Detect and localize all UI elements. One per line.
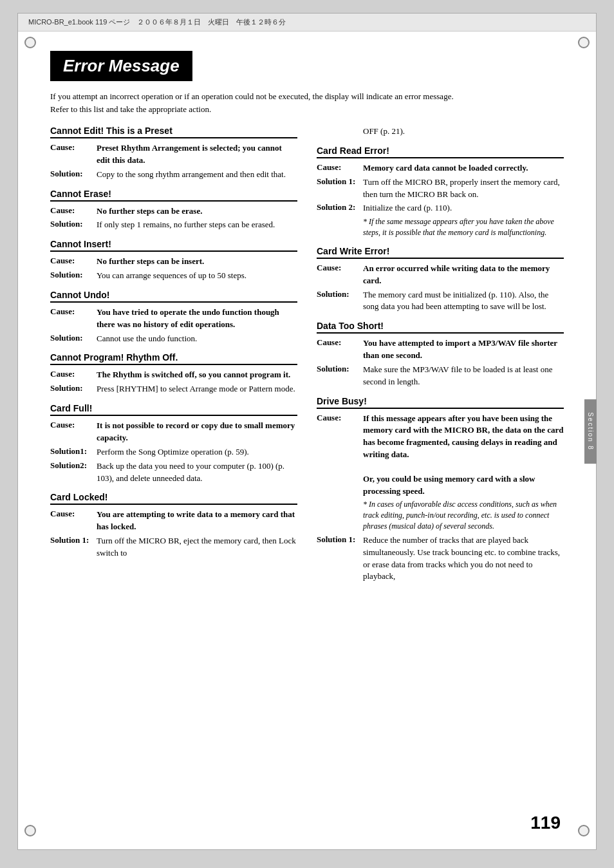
- cannot-erase-cause: No further steps can be erase.: [97, 205, 297, 218]
- cannot-program-cause-row: Cause: The Rhythm is switched off, so yo…: [50, 369, 297, 381]
- topbar-text: MICRO-BR_e1.book 119 ページ ２００６年８月１日 火曜日 午…: [28, 18, 286, 26]
- cannot-undo-solution-row: Solution: Cannot use the undo function.: [50, 333, 297, 345]
- page-outer: MICRO-BR_e1.book 119 ページ ２００６年８月１日 火曜日 午…: [17, 13, 597, 850]
- cannot-edit-cause: Preset Rhythm Arrangement is selected; y…: [97, 142, 297, 167]
- drive-busy-cause: If this message appears after you have b…: [363, 413, 564, 498]
- corner-decoration-bl: [24, 825, 36, 836]
- solution1-label: Solution 1:: [317, 176, 363, 201]
- card-write-solution-row: Solution: The memory card must be initia…: [317, 289, 564, 314]
- solution-label: Solution:: [50, 169, 97, 181]
- card-read-sol1-row: Solution 1: Turn off the MICRO BR, prope…: [317, 176, 564, 201]
- solution2-label: Solution2:: [50, 460, 97, 485]
- cause-label: Cause:: [317, 413, 363, 498]
- card-full-solution2: Back up the data you need to your comput…: [97, 460, 297, 485]
- intro-text: If you attempt an incorrect operation or…: [50, 90, 564, 115]
- card-write-cause: An error occurred while writing data to …: [363, 263, 564, 287]
- cannot-program-solution-row: Solution: Press [RHYTHM] to select Arran…: [50, 383, 297, 395]
- card-write-cause-row: Cause: An error occurred while writing d…: [317, 263, 564, 287]
- card-full-sol1-row: Solution1: Perform the Song Optimize ope…: [50, 446, 297, 458]
- data-too-short-cause: You have attempted to import a MP3/WAV f…: [363, 337, 564, 362]
- card-full-title: Card Full!: [50, 403, 297, 416]
- cause-label: Cause:: [317, 337, 363, 362]
- cannot-edit-cause-row: Cause: Preset Rhythm Arrangement is sele…: [50, 142, 297, 167]
- card-locked-title: Card Locked!: [50, 492, 297, 505]
- cannot-undo-solution: Cannot use the undo function.: [97, 333, 297, 345]
- card-full-cause: It is not possible to record or copy due…: [97, 420, 297, 444]
- cannot-undo-section: Cannot Undo! Cause: You have tried to op…: [50, 290, 297, 345]
- corner-decoration-tr: [578, 37, 590, 48]
- card-write-error-title: Card Write Error!: [317, 246, 564, 259]
- cannot-edit-section: Cannot Edit! This is a Preset Cause: Pre…: [50, 126, 297, 181]
- cannot-erase-cause-row: Cause: No further steps can be erase.: [50, 205, 297, 218]
- cause-label: Cause:: [50, 420, 97, 444]
- card-locked-sol1-row: Solution 1: Turn off the MICRO BR, eject…: [50, 535, 297, 560]
- main-columns: Cannot Edit! This is a Preset Cause: Pre…: [50, 126, 564, 590]
- solution1-label: Solution 1:: [317, 534, 363, 583]
- card-write-error-section: Card Write Error! Cause: An error occurr…: [317, 246, 564, 313]
- card-read-cause-row: Cause: Memory card data cannot be loaded…: [317, 162, 564, 175]
- cannot-edit-solution: Copy to the song rhythm arrangement and …: [97, 169, 297, 181]
- card-locked-cont-row: OFF (p. 21).: [317, 126, 564, 138]
- corner-decoration-br: [578, 825, 590, 836]
- drive-busy-cause-row: Cause: If this message appears after you…: [317, 413, 564, 498]
- data-too-short-cause-row: Cause: You have attempted to import a MP…: [317, 337, 564, 362]
- page-number: 119: [530, 813, 561, 833]
- data-too-short-section: Data Too Short! Cause: You have attempte…: [317, 321, 564, 388]
- drive-busy-title: Drive Busy!: [317, 396, 564, 409]
- right-column: OFF (p. 21). Card Read Error! Cause: Mem…: [317, 126, 564, 590]
- page-content: Error Message If you attempt an incorrec…: [18, 32, 596, 616]
- cause-label: Cause:: [317, 263, 363, 287]
- data-too-short-title: Data Too Short!: [317, 321, 564, 334]
- card-read-note: If the same message appears after you ha…: [363, 216, 564, 238]
- card-read-error-section: Card Read Error! Cause: Memory card data…: [317, 146, 564, 238]
- solution1-label: Solution 1:: [50, 535, 97, 560]
- cause-label: Cause:: [50, 256, 97, 268]
- section-tab: Section 8: [584, 399, 597, 464]
- cannot-erase-title: Cannot Erase!: [50, 189, 297, 202]
- cause-label: Cause:: [50, 142, 97, 167]
- cannot-undo-cause-row: Cause: You have tried to operate the und…: [50, 307, 297, 331]
- cannot-program-cause: The Rhythm is switched off, so you canno…: [97, 369, 297, 381]
- cause-label: Cause:: [50, 509, 97, 533]
- card-locked-cause-row: Cause: You are attempting to write data …: [50, 509, 297, 533]
- card-full-sol2-row: Solution2: Back up the data you need to …: [50, 460, 297, 485]
- cannot-program-section: Cannot Program! Rhythm Off. Cause: The R…: [50, 352, 297, 395]
- card-full-section: Card Full! Cause: It is not possible to …: [50, 403, 297, 484]
- card-full-cause-row: Cause: It is not possible to record or c…: [50, 420, 297, 444]
- cannot-program-title: Cannot Program! Rhythm Off.: [50, 352, 297, 365]
- drive-busy-section: Drive Busy! Cause: If this message appea…: [317, 396, 564, 583]
- cannot-edit-solution-row: Solution: Copy to the song rhythm arrang…: [50, 169, 297, 181]
- left-column: Cannot Edit! This is a Preset Cause: Pre…: [50, 126, 297, 590]
- card-write-solution: The memory card must be initialized (p. …: [363, 289, 564, 314]
- cannot-erase-section: Cannot Erase! Cause: No further steps ca…: [50, 189, 297, 232]
- drive-busy-note: In cases of unfavorable disc access cond…: [363, 499, 564, 531]
- card-read-sol2-row: Solution 2: Initialize the card (p. 110)…: [317, 202, 564, 214]
- data-too-short-solution-row: Solution: Make sure the MP3/WAV file to …: [317, 364, 564, 388]
- card-read-error-title: Card Read Error!: [317, 146, 564, 158]
- cause-label: Cause:: [50, 307, 97, 331]
- cannot-edit-title: Cannot Edit! This is a Preset: [50, 126, 297, 138]
- card-locked-cause: You are attempting to write data to a me…: [97, 509, 297, 533]
- cause-label: Cause:: [50, 369, 97, 381]
- cause-label: Cause:: [50, 205, 97, 218]
- card-locked-solution1: Turn off the MICRO BR, eject the memory …: [97, 535, 297, 560]
- cannot-insert-solution: You can arrange sequences of up to 50 st…: [97, 270, 297, 282]
- cannot-insert-cause-row: Cause: No further steps can be insert.: [50, 256, 297, 268]
- card-full-solution1: Perform the Song Optimize operation (p. …: [97, 446, 297, 458]
- cause-label: Cause:: [317, 162, 363, 175]
- solution-label: Solution:: [317, 364, 363, 388]
- drive-busy-solution1: Reduce the number of tracks that are pla…: [363, 534, 564, 583]
- cannot-erase-solution: If only step 1 remains, no further steps…: [97, 219, 297, 231]
- drive-busy-sol1-row: Solution 1: Reduce the number of tracks …: [317, 534, 564, 583]
- corner-decoration-tl: [24, 37, 36, 48]
- page-title: Error Message: [63, 56, 180, 75]
- card-read-cause: Memory card data cannot be loaded correc…: [363, 162, 564, 175]
- cannot-program-solution: Press [RHYTHM] to select Arrange mode or…: [97, 383, 297, 395]
- cannot-erase-solution-row: Solution: If only step 1 remains, no fur…: [50, 219, 297, 231]
- top-bar: MICRO-BR_e1.book 119 ページ ２００６年８月１日 火曜日 午…: [18, 14, 596, 32]
- card-locked-section: Card Locked! Cause: You are attempting t…: [50, 492, 297, 559]
- data-too-short-solution: Make sure the MP3/WAV file to be loaded …: [363, 364, 564, 388]
- error-message-header: Error Message: [50, 51, 192, 81]
- solution1-label: Solution1:: [50, 446, 97, 458]
- solution-label: Solution:: [50, 383, 97, 395]
